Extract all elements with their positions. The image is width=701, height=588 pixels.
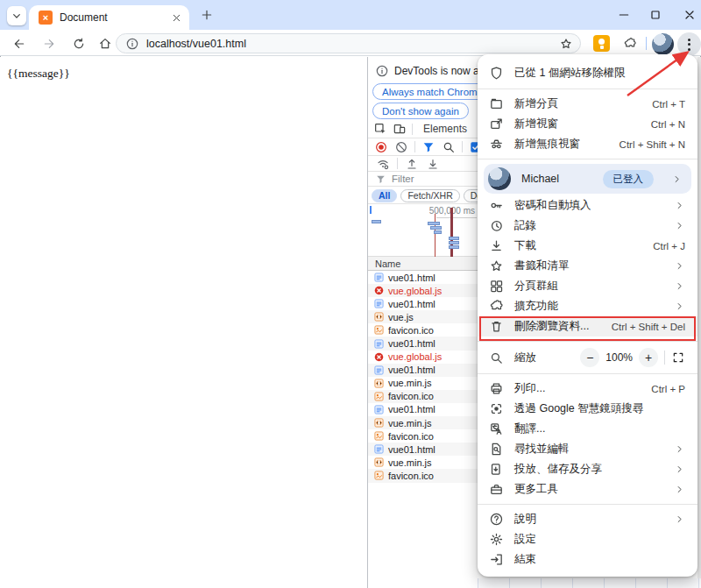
menu-item-label: 投放、儲存及分享 bbox=[514, 462, 602, 477]
minimize-button[interactable] bbox=[611, 7, 637, 23]
gear-icon bbox=[489, 532, 504, 547]
close-button[interactable] bbox=[676, 7, 701, 23]
menu-item-find[interactable]: 尋找並編輯 bbox=[478, 439, 697, 459]
browser-window: × Document localhost/vue01.html bbox=[0, 0, 701, 588]
menu-item-translate[interactable]: 翻譯... bbox=[478, 419, 697, 439]
menu-item-help[interactable]: 說明 bbox=[478, 509, 697, 529]
request-name: vue.global.js bbox=[388, 286, 442, 296]
menu-item-lens[interactable]: 透過 Google 智慧鏡頭搜尋 bbox=[478, 399, 697, 419]
request-name: vue.min.js bbox=[388, 418, 432, 429]
menu-item-key[interactable]: 密碼和自動填入 bbox=[478, 195, 697, 216]
zoom-separator bbox=[664, 351, 665, 365]
error-icon bbox=[374, 352, 384, 362]
export-har-icon[interactable] bbox=[426, 157, 440, 171]
home-button[interactable] bbox=[95, 33, 116, 54]
fullscreen-icon[interactable] bbox=[671, 351, 685, 365]
menu-item-profile[interactable]: Michael已登入 bbox=[484, 164, 691, 194]
request-name: vue01.html bbox=[388, 273, 435, 283]
dont-show-again-button[interactable]: Don't show again bbox=[372, 103, 469, 119]
bookmark-star-icon[interactable] bbox=[559, 37, 573, 51]
menu-item-star[interactable]: 書籤和清單 bbox=[478, 256, 697, 276]
password-extension-icon[interactable] bbox=[593, 35, 610, 52]
maximize-button[interactable] bbox=[642, 7, 669, 23]
reload-button[interactable] bbox=[68, 33, 89, 54]
tab-close-icon[interactable] bbox=[171, 12, 182, 24]
tab-elements[interactable]: Elements bbox=[418, 123, 472, 135]
translate-icon bbox=[489, 422, 504, 436]
clear-icon[interactable] bbox=[394, 140, 408, 154]
filter-input[interactable]: Filter bbox=[392, 174, 414, 184]
menu-item-label: 已從 1 個網站移除權限 bbox=[514, 66, 625, 81]
annotation-highlight-box bbox=[479, 316, 696, 341]
menu-item-toolbox[interactable]: 更多工具 bbox=[478, 479, 697, 499]
chrome-main-menu: 已從 1 個網站移除權限新增分頁Ctrl + T新增視窗Ctrl + N新增無痕… bbox=[478, 54, 697, 577]
doc-file-icon bbox=[374, 339, 384, 349]
tab-search-button[interactable] bbox=[7, 6, 26, 25]
record-icon[interactable] bbox=[374, 140, 388, 154]
image-file-icon bbox=[374, 392, 384, 401]
request-name: vue01.html bbox=[388, 299, 435, 309]
import-har-icon[interactable] bbox=[405, 157, 419, 171]
request-name: vue.min.js bbox=[388, 378, 432, 388]
menu-item-print[interactable]: 列印...Ctrl + P bbox=[478, 379, 697, 399]
filter-chip-fetchxhr[interactable]: Fetch/XHR bbox=[400, 189, 459, 202]
chevron-right-icon bbox=[671, 174, 683, 185]
address-bar[interactable]: localhost/vue01.html bbox=[116, 33, 581, 53]
menu-divider bbox=[478, 341, 697, 342]
url-text: localhost/vue01.html bbox=[146, 38, 559, 50]
filter-icon bbox=[375, 174, 386, 185]
throttling-icon[interactable] bbox=[376, 157, 390, 171]
menu-item-download[interactable]: 下載Ctrl + J bbox=[478, 236, 697, 256]
menu-item-new-window[interactable]: 新增視窗Ctrl + N bbox=[478, 114, 697, 134]
zoom-in-button[interactable]: + bbox=[639, 348, 658, 367]
menu-item-magnifier[interactable]: 縮放−100%+ bbox=[478, 346, 697, 369]
request-name: favicon.ico bbox=[388, 391, 434, 401]
lens-icon bbox=[489, 401, 504, 416]
toolbox-icon bbox=[489, 482, 504, 497]
menu-item-label: 新增分頁 bbox=[514, 96, 558, 111]
menu-item-puzzle[interactable]: 擴充功能 bbox=[478, 296, 697, 316]
menu-item-tab-groups[interactable]: 分頁群組 bbox=[478, 276, 697, 296]
menu-shortcut: Ctrl + N bbox=[651, 119, 685, 130]
chevron-right-icon bbox=[674, 464, 685, 475]
xampp-favicon-icon: × bbox=[39, 11, 53, 25]
script-file-icon bbox=[374, 379, 384, 388]
history-icon bbox=[489, 218, 504, 233]
menu-item-label: 透過 Google 智慧鏡頭搜尋 bbox=[514, 401, 643, 416]
download-icon bbox=[489, 238, 504, 253]
filter-chip-all[interactable]: All bbox=[372, 189, 397, 202]
forward-button[interactable] bbox=[39, 33, 60, 54]
new-tab-button[interactable] bbox=[200, 8, 214, 22]
doc-file-icon bbox=[374, 273, 384, 282]
filter-funnel-icon[interactable] bbox=[421, 140, 435, 154]
timeline-ms-label: 500,000 ms bbox=[419, 206, 475, 216]
profile-photo bbox=[488, 167, 511, 190]
request-name: vue01.html bbox=[388, 365, 435, 375]
menu-item-label: 縮放 bbox=[514, 351, 536, 365]
inspect-element-icon[interactable] bbox=[373, 122, 387, 136]
doc-file-icon bbox=[374, 299, 384, 308]
menu-item-cast[interactable]: 投放、儲存及分享 bbox=[478, 459, 697, 479]
image-file-icon bbox=[374, 325, 384, 335]
info-icon bbox=[375, 64, 389, 78]
chevron-right-icon bbox=[674, 301, 685, 312]
menu-item-label: 列印... bbox=[514, 381, 545, 396]
image-file-icon bbox=[374, 471, 384, 480]
site-info-icon[interactable] bbox=[125, 37, 139, 51]
doc-file-icon bbox=[374, 365, 384, 375]
menu-divider bbox=[478, 159, 697, 159]
menu-item-exit[interactable]: 結束 bbox=[478, 549, 697, 570]
devtools-scrollbar[interactable] bbox=[697, 57, 701, 588]
back-button[interactable] bbox=[9, 33, 30, 54]
error-icon bbox=[374, 286, 384, 295]
plus-icon bbox=[200, 8, 214, 22]
menu-item-gear[interactable]: 設定 bbox=[478, 529, 697, 549]
menu-item-label: 翻譯... bbox=[514, 422, 545, 436]
menu-item-history[interactable]: 記錄 bbox=[478, 216, 697, 236]
tab-document[interactable]: × Document bbox=[29, 5, 189, 30]
menu-item-label: 分頁群組 bbox=[514, 279, 558, 294]
menu-item-incognito[interactable]: 新增無痕視窗Ctrl + Shift + N bbox=[478, 134, 697, 154]
search-icon[interactable] bbox=[442, 140, 456, 154]
zoom-out-button[interactable]: − bbox=[580, 348, 599, 367]
device-toolbar-icon[interactable] bbox=[393, 122, 407, 136]
